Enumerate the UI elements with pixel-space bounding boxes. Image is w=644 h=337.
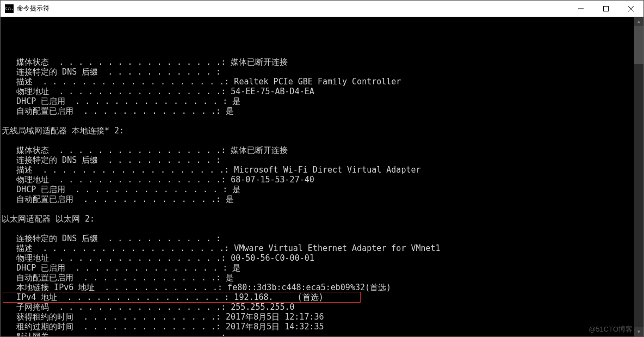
output-row: 物理地址 . . . . . . . . . . . . . . . . .: … [2, 87, 643, 96]
cmd-window: C:\. 命令提示符 媒体状态 . . . . . . . . . . . . … [0, 0, 644, 337]
window-title: 命令提示符 [17, 4, 49, 13]
output-row: 描述 . . . . . . . . . . . . . . . . . . .… [2, 77, 643, 87]
output-row: 物理地址 . . . . . . . . . . . . . . . . .: … [2, 175, 643, 185]
output-row: 子网掩码 . . . . . . . . . . . . . . . . .: … [2, 302, 643, 312]
output-row: 本地链接 IPv6 地址 . . . . . . . . . . . .: fe… [2, 283, 643, 292]
output-row: 连接特定的 DNS 后缀 . . . . . . . . . . . : [2, 155, 643, 165]
scroll-track[interactable] [634, 26, 643, 327]
output-row: 租约过期的时间 . . . . . . . . . . . . . .: 201… [2, 322, 643, 332]
terminal-output[interactable]: 媒体状态 . . . . . . . . . . . . . . . . .: … [1, 17, 643, 336]
scroll-down-button[interactable]: ▼ [634, 327, 643, 336]
output-row: 媒体状态 . . . . . . . . . . . . . . . . .: … [2, 145, 643, 155]
close-button[interactable] [618, 1, 643, 17]
cmd-icon: C:\. [5, 4, 14, 13]
output-row: 默认网关 . . . . . . . . . . . . . . . . .: [2, 332, 643, 336]
vertical-scrollbar[interactable]: ▲ ▼ [634, 17, 643, 336]
output-row: DHCP 已启用 . . . . . . . . . . . . . . . :… [2, 96, 643, 106]
scroll-thumb[interactable] [634, 26, 643, 64]
output-row: 描述 . . . . . . . . . . . . . . . . . . .… [2, 243, 643, 253]
output-row: 自动配置已启用 . . . . . . . . . . . . . .: 是 [2, 106, 643, 116]
output-row: 自动配置已启用 . . . . . . . . . . . . . .: 是 [2, 194, 643, 204]
output-line [2, 136, 643, 145]
output-line [2, 116, 643, 126]
output-row: 获得租约的时间 . . . . . . . . . . . . . .: 201… [2, 312, 643, 322]
svg-rect-1 [604, 6, 609, 11]
maximize-button[interactable] [593, 1, 618, 17]
output-row: 自动配置已启用 . . . . . . . . . . . . . .: 是 [2, 273, 643, 283]
minimize-button[interactable] [568, 1, 593, 17]
output-row: DHCP 已启用 . . . . . . . . . . . . . . . :… [2, 263, 643, 273]
output-line [2, 47, 643, 57]
output-row: 物理地址 . . . . . . . . . . . . . . . . .: … [2, 253, 643, 263]
titlebar[interactable]: C:\. 命令提示符 [1, 1, 643, 17]
output-row: DHCP 已启用 . . . . . . . . . . . . . . . :… [2, 185, 643, 194]
output-line [2, 204, 643, 214]
output-row: 连接特定的 DNS 后缀 . . . . . . . . . . . : [2, 234, 643, 243]
section-header: 以太网适配器 以太网 2: [2, 214, 643, 224]
watermark: @51CTO博客 [589, 324, 633, 334]
output-row: 媒体状态 . . . . . . . . . . . . . . . . .: … [2, 57, 643, 67]
scroll-up-button[interactable]: ▲ [634, 17, 643, 26]
section-header: 无线局域网适配器 本地连接* 2: [2, 126, 643, 136]
output-row: 连接特定的 DNS 后缀 . . . . . . . . . . . : [2, 67, 643, 77]
output-line [2, 224, 643, 234]
output-row: 描述 . . . . . . . . . . . . . . . . . . .… [2, 165, 643, 175]
output-row: IPv4 地址 . . . . . . . . . . . . . . . . … [2, 292, 643, 302]
